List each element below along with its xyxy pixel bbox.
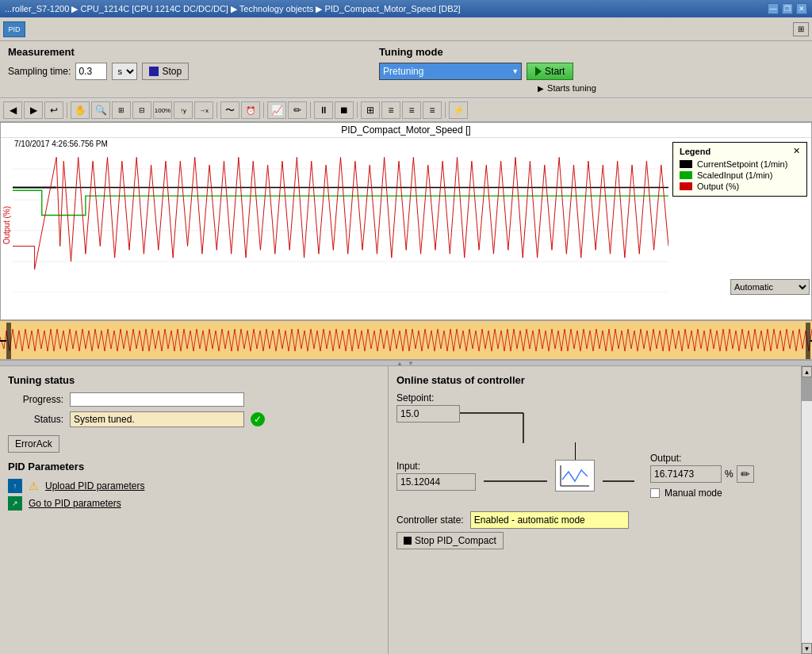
setpoint-value: 15.0 <box>396 405 460 423</box>
scroll-thumb[interactable] <box>802 377 812 401</box>
status-label: Status: <box>8 414 63 425</box>
pen-icon[interactable]: ✏ <box>737 465 754 483</box>
setpoint-label: Setpoint: <box>396 392 804 403</box>
reset-zoom-button[interactable]: 100% <box>153 101 172 119</box>
scroll-up-button[interactable]: ▲ <box>802 366 812 377</box>
stop-label: Stop <box>162 66 182 77</box>
scroll-track <box>802 377 812 643</box>
toolbar-sep-4 <box>310 102 311 118</box>
zoom-out-x-button[interactable]: ⊟ <box>132 101 151 119</box>
error-ack-button[interactable]: ErrorAck <box>8 435 59 453</box>
pretuning-wrapper: Pretuning Fine tuning ▼ <box>379 63 522 80</box>
output-block: Output: 16.71473 % ✏ Manual mode <box>650 453 754 499</box>
legend-label-setpoint: CurrentSetpoint (1/min) <box>697 159 787 169</box>
input-connector-svg <box>484 456 547 495</box>
measurement-title: Measurement <box>8 46 189 58</box>
stop-icon <box>149 67 159 76</box>
main-container: PID ⊞ Measurement Sampling time: s Stop <box>0 17 812 654</box>
forward-button[interactable]: ▶ <box>24 101 43 119</box>
tuning-mode-section: Tuning mode Pretuning Fine tuning ▼ Star… <box>379 46 596 93</box>
svg-rect-28 <box>0 321 812 360</box>
pid-params-section: PID Parameters ↑ ⚠ Upload PID parameters… <box>8 461 380 511</box>
controller-state-label: Controller state: <box>396 514 464 526</box>
legend-close-button[interactable]: ✕ <box>793 146 800 156</box>
fit-y-button[interactable]: ↑y <box>174 101 193 119</box>
bottom-panel: Tuning status Progress: Status: System t… <box>0 366 812 654</box>
stop-pid-button[interactable]: Stop PID_Compact <box>396 532 504 549</box>
grid-button[interactable]: ⊞ <box>361 101 380 119</box>
zoom-button[interactable]: 🔍 <box>91 101 110 119</box>
close-button[interactable]: ✕ <box>796 3 807 14</box>
splitter[interactable]: ▲ ▼ <box>0 360 812 366</box>
stop-pid-icon <box>404 537 412 545</box>
upload-pid-label[interactable]: Upload PID parameters <box>45 480 144 491</box>
pid-params-title: PID Parameters <box>8 461 380 472</box>
back-button[interactable]: ◀ <box>3 101 22 119</box>
output-unit: % <box>725 469 733 480</box>
top-right-icon: ⊞ <box>793 22 809 36</box>
input-val-text: 15.12044 <box>400 476 440 488</box>
goto-pid-label[interactable]: Go to PID parameters <box>29 498 121 509</box>
chart-icon-container <box>555 460 595 491</box>
controller-state-value: Enabled - automatic mode <box>470 511 629 529</box>
progress-row: Progress: <box>8 392 380 407</box>
pretuning-select[interactable]: Pretuning Fine tuning <box>379 63 522 80</box>
goto-pid-row: ↗ Go to PID parameters <box>8 496 380 511</box>
start-label: Start <box>545 66 565 77</box>
tuning-status-title: Tuning status <box>8 374 380 386</box>
upload-icon: ↑ <box>8 479 22 493</box>
hint-arrow-icon: ▶ <box>538 84 544 93</box>
left-panel: Tuning status Progress: Status: System t… <box>0 366 389 654</box>
chart-icon-box <box>555 460 595 491</box>
legend-label-output: Output (%) <box>697 182 739 191</box>
zoom-mode-select[interactable]: Automatic Manual <box>730 279 810 295</box>
undo-button[interactable]: ↩ <box>44 101 63 119</box>
stop2-button[interactable]: ⏹ <box>335 101 354 119</box>
setpoint-val-text: 15.0 <box>400 408 419 419</box>
timestamp: 7/10/2017 4:26:56.756 PM <box>14 140 108 148</box>
manual-mode-checkbox[interactable] <box>650 488 660 498</box>
list3-button[interactable]: ≡ <box>423 101 442 119</box>
chart-button[interactable]: 📈 <box>267 101 286 119</box>
toolbar-sep-2 <box>216 102 217 118</box>
legend-header: Legend ✕ <box>680 146 800 156</box>
chart-title: PID_Compact_Motor_Speed [] <box>1 123 811 138</box>
y-axis-label: Output (%) <box>1 205 13 246</box>
titlebar-controls: — ❐ ✕ <box>768 3 807 14</box>
setpoint-vertical-line <box>575 442 576 460</box>
chart-svg-area: 7/10/2017 4:26:56.756 PM 100 80 60 40 20… <box>13 138 811 312</box>
legend-item-scaledinput: ScaledInput (1/min) <box>680 170 800 180</box>
maximize-button[interactable]: ❐ <box>782 3 793 14</box>
pan-button[interactable]: ✋ <box>71 101 90 119</box>
legend-item-setpoint: CurrentSetpoint (1/min) <box>680 159 800 169</box>
measurement-section: Measurement Sampling time: s Stop <box>8 46 189 80</box>
setpoint-section: Setpoint: 15.0 <box>396 392 804 445</box>
output-connector <box>603 456 634 495</box>
edit-button[interactable]: ✏ <box>288 101 307 119</box>
top-icons-row: PID ⊞ <box>0 17 812 41</box>
measurement-tuning-section: Measurement Sampling time: s Stop Tuning… <box>0 41 812 98</box>
stop-button[interactable]: Stop <box>142 63 189 80</box>
input-connector <box>484 456 547 495</box>
minimize-button[interactable]: — <box>768 3 779 14</box>
zoom-in-x-button[interactable]: ⊞ <box>112 101 131 119</box>
clock-button[interactable]: ⏰ <box>241 101 260 119</box>
list2-button[interactable]: ≡ <box>402 101 421 119</box>
pause-button[interactable]: ⏸ <box>314 101 333 119</box>
top-left-icon: PID <box>3 21 25 37</box>
legend-label-scaledinput: ScaledInput (1/min) <box>697 170 772 180</box>
play-icon <box>535 67 542 76</box>
sampling-input[interactable] <box>75 63 107 80</box>
start-button[interactable]: Start <box>527 63 573 80</box>
svg-marker-29 <box>6 323 11 359</box>
unit-select[interactable]: s <box>112 63 137 80</box>
warning-icon: ⚠ <box>29 480 39 492</box>
lightning-button[interactable]: ⚡ <box>449 101 468 119</box>
toolbar-sep-5 <box>357 102 358 118</box>
scroll-down-button[interactable]: ▼ <box>802 643 812 654</box>
wave-button[interactable]: 〜 <box>220 101 239 119</box>
list1-button[interactable]: ≡ <box>381 101 400 119</box>
overview-svg <box>0 321 812 360</box>
fit-x-button[interactable]: →x <box>194 101 213 119</box>
tuning-mode-title: Tuning mode <box>379 46 596 58</box>
